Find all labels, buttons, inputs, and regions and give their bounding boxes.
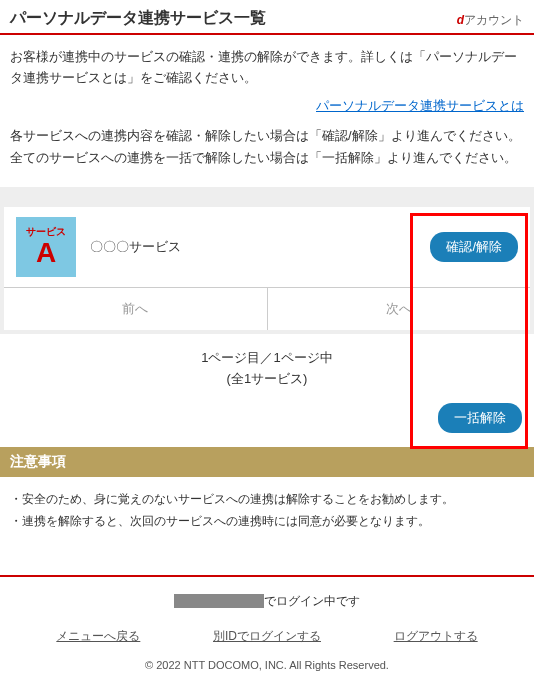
- copyright: © 2022 NTT DOCOMO, INC. All Rights Reser…: [0, 659, 534, 685]
- logout-link[interactable]: ログアウトする: [394, 628, 478, 645]
- other-id-link[interactable]: 別IDでログインする: [213, 628, 321, 645]
- masked-id: [174, 594, 264, 608]
- page-info: 1ページ目／1ページ中 (全1サービス): [0, 334, 534, 404]
- description-text: 各サービスへの連携内容を確認・解除したい場合は「確認/解除」より進んでください。…: [10, 125, 524, 169]
- pager-next[interactable]: 次へ: [268, 288, 531, 330]
- page-title: パーソナルデータ連携サービス一覧: [10, 8, 266, 29]
- notes-header: 注意事項: [0, 447, 534, 477]
- confirm-remove-button[interactable]: 確認/解除: [430, 232, 518, 262]
- info-link[interactable]: パーソナルデータ連携サービスとは: [316, 98, 524, 113]
- intro-text: お客様が連携中のサービスの確認・連携の解除ができます。詳しくは「パーソナルデータ…: [10, 47, 524, 89]
- menu-link[interactable]: メニューへ戻る: [56, 628, 140, 645]
- service-name: 〇〇〇サービス: [90, 238, 430, 256]
- note-item: ・連携を解除すると、次回のサービスへの連携時には同意が必要となります。: [10, 511, 524, 533]
- bulk-remove-button[interactable]: 一括解除: [438, 403, 522, 433]
- notes-list: ・安全のため、身に覚えのないサービスへの連携は解除することをお勧めします。 ・連…: [0, 477, 534, 544]
- pager-prev[interactable]: 前へ: [4, 288, 268, 330]
- service-icon: サービス A: [16, 217, 76, 277]
- brand-logo: dアカウント: [457, 12, 524, 29]
- service-row: サービス A 〇〇〇サービス 確認/解除: [4, 207, 530, 287]
- login-status: でログイン中です: [0, 577, 534, 620]
- note-item: ・安全のため、身に覚えのないサービスへの連携は解除することをお勧めします。: [10, 489, 524, 511]
